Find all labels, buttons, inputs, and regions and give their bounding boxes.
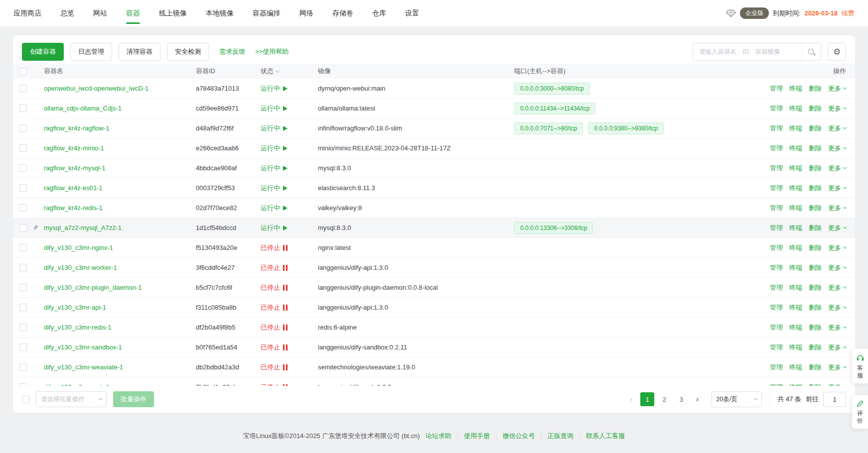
row-action-delete[interactable]: 删除	[809, 283, 822, 292]
container-name-link[interactable]: dify_v130_c3mr-redis-1	[44, 324, 112, 331]
row-action-terminal[interactable]: 终端	[789, 184, 802, 193]
row-action-manage[interactable]: 管理	[770, 184, 783, 193]
row-action-manage[interactable]: 管理	[770, 164, 783, 173]
footer-link-genuine-check[interactable]: 正版查询	[548, 432, 574, 441]
customer-service-widget[interactable]: 客服	[852, 348, 868, 384]
footer-link-manual[interactable]: 使用手册	[464, 432, 490, 441]
status-badge[interactable]: 已停止	[261, 323, 288, 332]
row-action-terminal[interactable]: 终端	[789, 303, 802, 312]
next-page-button[interactable]: ›	[690, 392, 704, 406]
row-action-terminal[interactable]: 终端	[789, 144, 802, 153]
renew-link[interactable]: 续费	[842, 9, 855, 18]
row-action-manage[interactable]: 管理	[770, 303, 783, 312]
row-action-manage[interactable]: 管理	[770, 124, 783, 133]
status-badge[interactable]: 运行中	[261, 144, 288, 153]
row-action-delete[interactable]: 删除	[809, 243, 822, 252]
container-name-link[interactable]: openwebui_iwcd-openwebui_iwcD-1	[44, 85, 148, 92]
row-checkbox[interactable]	[19, 363, 27, 371]
row-action-delete[interactable]: 删除	[809, 303, 822, 312]
row-action-manage[interactable]: 管理	[770, 243, 783, 252]
row-action-delete[interactable]: 删除	[809, 144, 822, 153]
status-badge[interactable]: 已停止	[261, 283, 288, 292]
row-action-terminal[interactable]: 终端	[789, 283, 802, 292]
container-name-link[interactable]: ragflow_kr4z-mysql-1	[44, 164, 106, 172]
row-action-manage[interactable]: 管理	[770, 144, 783, 153]
row-action-manage[interactable]: 管理	[770, 283, 783, 292]
row-action-more[interactable]: 更多	[828, 124, 846, 133]
status-badge[interactable]: 运行中	[261, 124, 288, 133]
row-checkbox[interactable]	[19, 164, 27, 172]
row-action-delete[interactable]: 删除	[809, 184, 822, 193]
security-check-button[interactable]: 安全检测	[167, 43, 209, 61]
footer-link-contact-support[interactable]: 联系人工客服	[586, 432, 625, 441]
status-badge[interactable]: 已停止	[261, 243, 288, 252]
row-checkbox[interactable]	[19, 343, 27, 351]
feedback-link[interactable]: 需求反馈	[219, 47, 245, 56]
status-badge[interactable]: 已停止	[261, 363, 288, 372]
nav-item-settings[interactable]: 设置	[405, 0, 419, 26]
row-action-more[interactable]: 更多	[828, 144, 846, 153]
row-action-manage[interactable]: 管理	[770, 84, 783, 93]
nav-item-overview[interactable]: 总览	[60, 0, 74, 26]
row-action-terminal[interactable]: 终端	[789, 243, 802, 252]
page-size-select[interactable]: 20条/页	[711, 391, 762, 407]
row-checkbox[interactable]	[19, 224, 27, 231]
status-badge[interactable]: 运行中	[261, 104, 288, 113]
row-action-delete[interactable]: 删除	[809, 323, 822, 332]
create-container-button[interactable]: 创建容器	[22, 43, 64, 61]
row-action-delete[interactable]: 删除	[809, 263, 822, 272]
row-action-delete[interactable]: 删除	[809, 343, 822, 352]
row-action-manage[interactable]: 管理	[770, 363, 783, 372]
status-badge[interactable]: 运行中	[261, 84, 288, 93]
row-action-terminal[interactable]: 终端	[789, 104, 802, 113]
search-button[interactable]	[802, 43, 821, 60]
header-status-filter[interactable]: 状态	[261, 67, 279, 76]
status-badge[interactable]: 运行中	[261, 204, 288, 213]
row-checkbox[interactable]	[19, 204, 27, 212]
row-action-manage[interactable]: 管理	[770, 263, 783, 272]
row-checkbox[interactable]	[19, 244, 27, 251]
nav-item-online-image[interactable]: 线上镜像	[159, 0, 187, 26]
row-checkbox[interactable]	[19, 184, 27, 192]
row-checkbox[interactable]	[19, 264, 27, 271]
row-checkbox[interactable]	[19, 85, 27, 92]
log-manage-button[interactable]: 日志管理	[70, 43, 112, 61]
row-action-delete[interactable]: 删除	[809, 363, 822, 372]
clean-container-button[interactable]: 清理容器	[119, 43, 160, 61]
row-action-more[interactable]: 更多	[828, 323, 846, 332]
container-name-link[interactable]: dify_v130_c3mr-weaviate-1	[44, 363, 123, 371]
status-badge[interactable]: 运行中	[261, 224, 288, 232]
nav-item-website[interactable]: 网站	[93, 0, 107, 26]
row-action-manage[interactable]: 管理	[770, 204, 783, 213]
container-name-link[interactable]: dify_v130_c3mr-plugin_daemon-1	[44, 284, 142, 291]
row-checkbox[interactable]	[19, 144, 27, 152]
row-action-terminal[interactable]: 终端	[789, 323, 802, 332]
goto-page-input[interactable]	[823, 392, 846, 407]
row-action-delete[interactable]: 删除	[809, 84, 822, 93]
container-name-link[interactable]: dify_v130_c3mr-worker-1	[44, 264, 117, 271]
row-checkbox[interactable]	[19, 304, 27, 311]
container-name-link[interactable]: ollama_cdjs-ollama_Cdjs-1	[44, 105, 122, 112]
row-action-delete[interactable]: 删除	[809, 124, 822, 133]
nav-item-volume[interactable]: 存储卷	[332, 0, 353, 26]
review-widget[interactable]: 评价	[852, 395, 868, 429]
row-action-terminal[interactable]: 终端	[789, 263, 802, 272]
nav-item-compose[interactable]: 容器编排	[253, 0, 281, 26]
row-action-terminal[interactable]: 终端	[789, 343, 802, 352]
container-name-link[interactable]: ragflow_kr4z-es01-1	[44, 184, 103, 192]
search-input[interactable]	[693, 43, 802, 60]
status-badge[interactable]: 运行中	[261, 184, 288, 193]
nav-item-network[interactable]: 网络	[299, 0, 313, 26]
container-name-link[interactable]: ragflow_kr4z-redis-1	[44, 204, 103, 212]
status-badge[interactable]: 运行中	[261, 164, 288, 173]
row-action-terminal[interactable]: 终端	[789, 164, 802, 173]
prev-page-button[interactable]: ‹	[624, 392, 638, 406]
row-action-more[interactable]: 更多	[828, 243, 846, 252]
page-button-1[interactable]: 1	[640, 392, 654, 406]
row-action-more[interactable]: 更多	[828, 104, 846, 113]
row-action-more[interactable]: 更多	[828, 184, 846, 193]
row-action-more[interactable]: 更多	[828, 84, 846, 93]
row-action-delete[interactable]: 删除	[809, 204, 822, 213]
row-action-more[interactable]: 更多	[828, 343, 846, 352]
page-button-3[interactable]: 3	[674, 392, 688, 406]
